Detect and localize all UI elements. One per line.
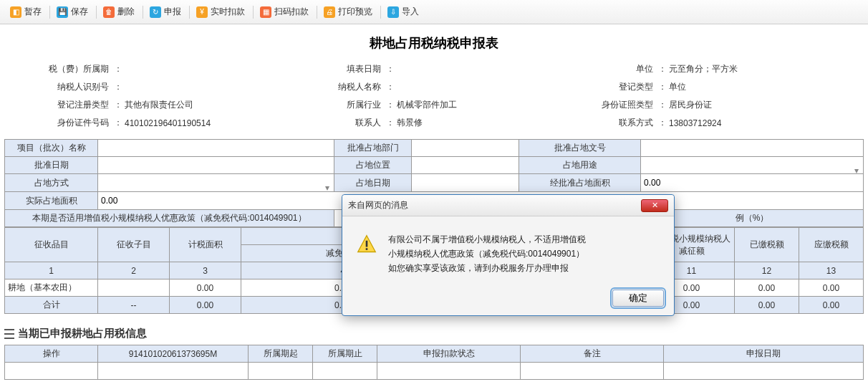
separator [317, 6, 317, 19]
approved-area-input[interactable] [644, 176, 860, 189]
ok-button[interactable]: 确定 [612, 290, 664, 307]
delete-icon: 🗑 [103, 6, 115, 18]
page-title: 耕地占用税纳税申报表 [0, 24, 868, 59]
save-label: 保存 [71, 6, 88, 18]
cell-paid[interactable]: 0.00 [735, 279, 799, 297]
dialog-line1: 有限公司不属于增值税小规模纳税人，不适用增值税 [388, 234, 586, 244]
regcat-label: 登记注册类型 [26, 99, 112, 111]
realtime-label: 实时扣款 [211, 6, 245, 18]
dialog-line2: 小规模纳税人优惠政策（减免税代码:0014049901） [388, 247, 587, 261]
certno-value: 410102196401190514 [125, 118, 211, 128]
regtype-label: 登记类型 [570, 81, 656, 93]
phone-label: 联系方式 [570, 117, 656, 129]
col-tax-area: 计税面积 [170, 228, 241, 262]
separator [189, 6, 190, 19]
separator [143, 6, 143, 19]
phone-value: 13803712924 [669, 118, 721, 128]
import-button[interactable]: ⇩ 导入 [383, 3, 423, 21]
col-remark: 备注 [521, 345, 664, 363]
docno-input[interactable] [641, 140, 864, 157]
section-title: 当期已申报耕地占用税信息 [18, 327, 147, 340]
preview-icon: 🖨 [324, 6, 335, 18]
toolbar: ◧ 暂存 💾 保存 🗑 删除 ↻ 申报 ¥ 实时扣款 ▦ 扫码扣款 🖨 打印预览… [0, 0, 868, 24]
project-name-input[interactable] [98, 140, 334, 157]
unit-label: 单位 [570, 63, 656, 75]
delete-button[interactable]: 🗑 删除 [99, 3, 139, 21]
cell-tax-area[interactable]: 0.00 [170, 279, 241, 297]
stash-label: 暂存 [24, 6, 42, 18]
scan-icon: ▦ [260, 6, 271, 18]
table-row [5, 363, 864, 380]
dialog-line3: 如您确实享受该政策，请到办税服务厅办理申报 [388, 261, 587, 275]
col-category: 征收品目 [5, 228, 98, 262]
certtype-value: 居民身份证 [669, 99, 712, 111]
stash-button[interactable]: ◧ 暂存 [6, 3, 46, 21]
policy-label: 本期是否适用增值税小规模纳税人优惠政策（减免税代码:0014049901） [5, 210, 334, 227]
import-label: 导入 [402, 6, 419, 18]
industry-label: 所属行业 [298, 99, 384, 111]
use-label: 占地用途 [519, 157, 641, 174]
col-sub: 征收子目 [98, 228, 170, 262]
use-select[interactable] [641, 157, 864, 174]
realtime-icon: ¥ [196, 6, 208, 18]
fill-date-label: 填表日期 [298, 63, 384, 75]
alert-dialog: 来自网页的消息 ✕ 有限公司不属于增值税小规模纳税人，不适用增值税 小规模纳税人… [342, 194, 675, 316]
unit-value: 元至角分；平方米 [669, 63, 738, 75]
cell-due[interactable]: 0.00 [799, 279, 864, 297]
close-button[interactable]: ✕ [641, 199, 668, 212]
col-period-from: 所属期起 [249, 345, 313, 363]
separator [253, 6, 254, 19]
declare-button[interactable]: ↻ 申报 [145, 3, 185, 21]
realtime-button[interactable]: ¥ 实时扣款 [192, 3, 249, 21]
approved-area-label: 经批准占地面积 [519, 174, 641, 192]
info-grid: 税（费）所属期： 填表日期： 单位：元至角分；平方米 纳税人识别号： 纳税人名称… [0, 59, 868, 139]
period-label: 税（费）所属期 [26, 63, 112, 75]
col-op: 操作 [5, 345, 98, 363]
cell-category: 耕地（基本农田） [5, 279, 98, 297]
separator [96, 6, 97, 19]
dept-label: 批准占地部门 [334, 140, 412, 157]
delete-label: 删除 [117, 6, 135, 18]
dialog-titlebar: 来自网页的消息 ✕ [342, 195, 674, 216]
occupy-date-input[interactable] [412, 174, 519, 192]
save-icon: 💾 [57, 6, 68, 18]
contact-value: 韩景修 [397, 117, 423, 129]
preview-label: 打印预览 [338, 6, 372, 18]
col-declare-date: 申报日期 [664, 345, 864, 363]
declared-table: 操作 91410102061373695M 所属期起 所属期止 申报扣款状态 备… [4, 345, 864, 380]
approve-date-label: 批准日期 [5, 157, 98, 174]
dialog-text: 有限公司不属于增值税小规模纳税人，不适用增值税 小规模纳税人优惠政策（减免税代码… [388, 232, 587, 275]
declare-label: 申报 [164, 6, 181, 18]
separator [380, 6, 381, 19]
docno-label: 批准占地文号 [519, 140, 641, 157]
dialog-title: 来自网页的消息 [348, 199, 641, 211]
contact-label: 联系人 [298, 117, 384, 129]
preview-button[interactable]: 🖨 打印预览 [319, 3, 377, 21]
scan-label: 扫码扣款 [274, 6, 309, 18]
certno-label: 身份证件号码 [26, 117, 112, 129]
occupy-method-select[interactable] [98, 174, 334, 192]
dialog-body: 有限公司不属于增值税小规模纳税人，不适用增值税 小规模纳税人优惠政策（减免税代码… [342, 216, 674, 285]
col-taxpayer-code: 91410102061373695M [98, 345, 249, 363]
regtype-value: 单位 [669, 81, 686, 93]
regcat-value: 其他有限责任公司 [125, 99, 193, 111]
col-status: 申报扣款状态 [377, 345, 521, 363]
project-name-label: 项目（批次）名称 [5, 140, 98, 157]
cell-sub[interactable] [98, 279, 170, 297]
approve-date-input[interactable] [98, 157, 334, 174]
col-paid: 已缴税额 [735, 228, 799, 262]
certtype-label: 身份证照类型 [570, 99, 656, 111]
location-input[interactable] [412, 157, 519, 174]
import-icon: ⇩ [387, 6, 399, 18]
scan-button[interactable]: ▦ 扫码扣款 [256, 3, 313, 21]
warning-icon [357, 234, 377, 254]
separator [49, 6, 50, 19]
taxpayer-id-label: 纳税人识别号 [26, 81, 112, 93]
location-label: 占地位置 [334, 157, 412, 174]
col-due: 应缴税额 [799, 228, 864, 262]
save-button[interactable]: 💾 保存 [52, 3, 92, 21]
industry-value: 机械零部件加工 [397, 99, 457, 111]
occupy-date-label: 占地日期 [334, 174, 412, 192]
stash-icon: ◧ [10, 6, 21, 18]
dept-input[interactable] [412, 140, 519, 157]
